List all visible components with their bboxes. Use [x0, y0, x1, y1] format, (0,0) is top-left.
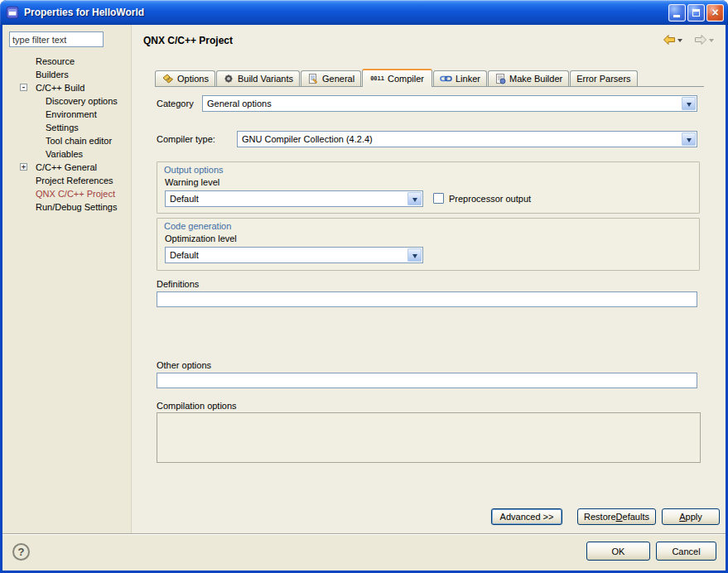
output-options-group: Output options Warning level Default Pre… [157, 161, 700, 214]
forward-menu-icon[interactable] [709, 39, 714, 45]
properties-dialog: Properties for HelloWorld × Resource Bui… [0, 0, 728, 573]
dialog-body: Resource Builders - C/C++ Build Discover… [2, 25, 726, 571]
tree-item-tool-chain-editor[interactable]: Tool chain editor [7, 134, 131, 147]
definitions-label: Definitions [157, 278, 199, 290]
tree-collapse-icon[interactable]: - [20, 84, 27, 91]
compilation-options-label: Compilation options [157, 400, 237, 412]
tab-make-builder[interactable]: Make Builder [488, 70, 569, 86]
tab-linker[interactable]: Linker [433, 70, 487, 86]
tree-expand-icon[interactable]: + [20, 163, 27, 171]
make-builder-icon [494, 73, 506, 84]
tree-item-project-references[interactable]: Project References [7, 174, 131, 187]
advanced-button[interactable]: Advanced >> [491, 508, 562, 525]
tree-item-variables[interactable]: Variables [7, 147, 131, 161]
dropdown-arrow-icon[interactable] [407, 192, 422, 205]
compiler-type-label: Compiler type: [157, 133, 215, 145]
back-menu-icon[interactable] [677, 39, 682, 45]
preprocessor-output-checkbox[interactable] [433, 193, 444, 204]
dropdown-arrow-icon[interactable] [407, 248, 422, 262]
dropdown-arrow-icon[interactable] [682, 97, 696, 110]
optimization-level-select[interactable]: Default [165, 247, 423, 263]
definitions-input[interactable] [157, 291, 697, 307]
category-label: Category [157, 98, 194, 109]
tab-error-parsers[interactable]: Error Parsers [570, 70, 637, 86]
tree-item-builders[interactable]: Builders [7, 68, 131, 81]
category-select[interactable]: General options [202, 95, 697, 112]
general-icon [307, 73, 319, 84]
property-pages-tree: Resource Builders - C/C++ Build Discover… [7, 55, 131, 214]
close-icon: × [711, 7, 718, 18]
options-icon [162, 73, 174, 84]
restore-defaults-button[interactable]: Restore Defaults [577, 508, 656, 525]
tree-item-run-debug-settings[interactable]: Run/Debug Settings [7, 200, 131, 214]
filter-input[interactable] [9, 31, 104, 47]
tree-item-settings[interactable]: Settings [7, 121, 131, 134]
tab-bar: Options Build Variants General 0011 Comp… [155, 69, 704, 87]
cancel-button[interactable]: Cancel [656, 542, 716, 561]
main-panel: QNX C/C++ Project Options [131, 25, 726, 533]
preprocessor-output-label: Preprocessor output [449, 194, 531, 204]
dropdown-arrow-icon[interactable] [682, 132, 696, 146]
back-button[interactable] [660, 32, 684, 47]
window-title: Properties for HelloWorld [24, 7, 663, 18]
other-options-input[interactable] [157, 373, 697, 388]
code-generation-title: Code generation [164, 221, 231, 231]
tree-item-environment[interactable]: Environment [7, 108, 131, 121]
forward-button[interactable] [692, 32, 716, 47]
help-icon: ? [18, 546, 25, 558]
linker-icon [440, 73, 452, 84]
title-bar[interactable]: Properties for HelloWorld × [0, 0, 728, 25]
compilation-options-textarea[interactable] [157, 412, 701, 463]
warning-level-label: Warning level [165, 177, 219, 187]
tree-item-cpp-build[interactable]: - C/C++ Build [7, 81, 131, 94]
output-options-title: Output options [164, 165, 224, 175]
dialog-icon [6, 6, 19, 19]
page-title: QNX C/C++ Project [143, 35, 233, 46]
apply-button[interactable]: Apply [662, 508, 720, 525]
tab-general[interactable]: General [301, 70, 361, 86]
maximize-icon [692, 9, 700, 17]
build-variants-icon [223, 73, 234, 84]
tab-compiler[interactable]: 0011 Compiler [362, 69, 432, 87]
forward-arrow-icon [693, 33, 708, 46]
compiler-type-select[interactable]: GNU Compiler Collection (4.2.4) [237, 131, 697, 147]
optimization-level-label: Optimization level [165, 234, 237, 243]
tab-build-variants[interactable]: Build Variants [216, 70, 300, 86]
maximize-button[interactable] [687, 4, 705, 22]
help-button[interactable]: ? [12, 543, 30, 561]
minimize-icon [673, 15, 680, 17]
minimize-button[interactable] [668, 4, 686, 22]
tree-item-qnx-cpp-project[interactable]: QNX C/C++ Project [7, 187, 131, 200]
compiler-icon: 0011 [370, 75, 384, 82]
tab-options[interactable]: Options [155, 70, 215, 86]
tree-item-cpp-general[interactable]: + C/C++ General [7, 161, 131, 174]
back-arrow-icon [662, 33, 677, 46]
sidebar: Resource Builders - C/C++ Build Discover… [7, 31, 131, 532]
tree-item-resource[interactable]: Resource [7, 55, 131, 68]
other-options-label: Other options [157, 359, 211, 371]
tree-item-discovery-options[interactable]: Discovery options [7, 94, 131, 108]
close-button[interactable]: × [706, 4, 724, 22]
page-navigation [660, 32, 716, 47]
dialog-footer: ? OK Cancel [2, 533, 726, 571]
warning-level-select[interactable]: Default [165, 190, 423, 207]
ok-button[interactable]: OK [586, 542, 650, 561]
code-generation-group: Code generation Optimization level Defau… [157, 218, 700, 271]
